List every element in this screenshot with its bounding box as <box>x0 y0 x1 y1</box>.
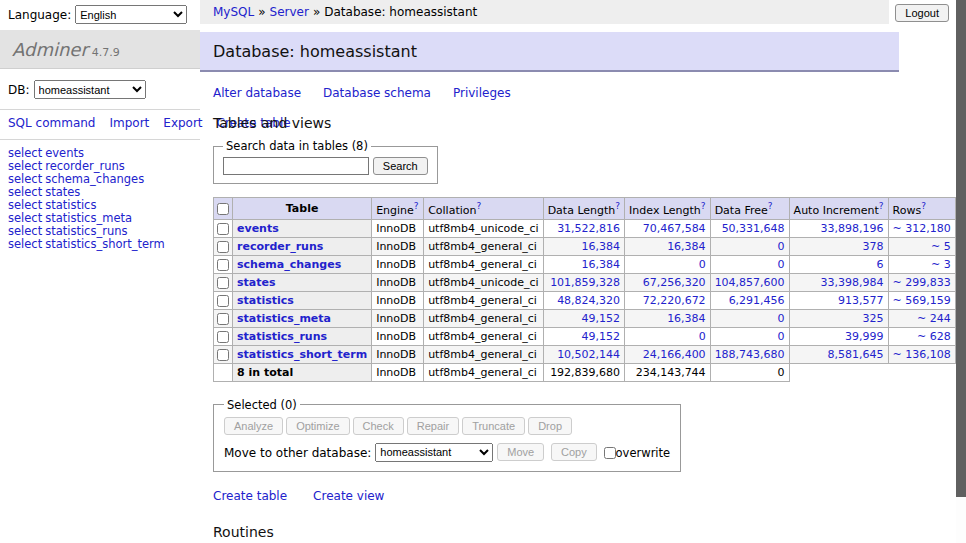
move-database-select[interactable]: homeassistant <box>375 443 493 462</box>
logout-button[interactable]: Logout <box>895 4 949 22</box>
table-link[interactable]: events <box>45 146 84 160</box>
row-checkbox[interactable] <box>217 295 229 307</box>
alter-database-link[interactable]: Alter database <box>213 86 301 100</box>
table-name-link[interactable]: schema_changes <box>237 258 341 271</box>
overwrite-checkbox[interactable] <box>604 447 616 459</box>
move-button[interactable]: Move <box>497 443 544 461</box>
row-checkbox[interactable] <box>217 241 229 253</box>
copy-button[interactable]: Copy <box>551 443 597 461</box>
table-name-link[interactable]: states <box>237 276 276 289</box>
index-length-link[interactable]: 16,384 <box>667 240 706 253</box>
data-free-link[interactable]: 50,331,648 <box>722 222 785 235</box>
auto-increment-link[interactable]: 378 <box>863 240 884 253</box>
row-checkbox[interactable] <box>217 331 229 343</box>
export-link[interactable]: Export <box>163 116 202 130</box>
index-length-link[interactable]: 24,166,400 <box>643 348 706 361</box>
auto-increment-link[interactable]: 33,898,196 <box>821 222 884 235</box>
select-link[interactable]: select <box>8 224 42 238</box>
search-button[interactable]: Search <box>373 157 428 175</box>
rows-count-link[interactable]: ~ 136,108 <box>893 348 951 361</box>
breadcrumb-mysql-link[interactable]: MySQL <box>213 5 254 19</box>
repair-button[interactable]: Repair <box>407 417 459 435</box>
select-link[interactable]: select <box>8 211 42 225</box>
auto-increment-link[interactable]: 39,999 <box>845 330 884 343</box>
index-length-link[interactable]: 0 <box>699 258 706 271</box>
select-link[interactable]: select <box>8 198 42 212</box>
data-length-link[interactable]: 48,824,320 <box>557 294 620 307</box>
help-link-icon[interactable]: ? <box>921 201 926 211</box>
database-schema-link[interactable]: Database schema <box>323 86 431 100</box>
table-name-link[interactable]: events <box>237 222 279 235</box>
data-free-link[interactable]: 0 <box>778 258 785 271</box>
index-length-link[interactable]: 67,256,320 <box>643 276 706 289</box>
data-free-link[interactable]: 188,743,680 <box>715 348 785 361</box>
table-link[interactable]: recorder_runs <box>45 159 125 173</box>
help-link-icon[interactable]: ? <box>476 201 481 211</box>
auto-increment-link[interactable]: 6 <box>877 258 884 271</box>
help-link-icon[interactable]: ? <box>768 201 773 211</box>
auto-increment-link[interactable]: 325 <box>863 312 884 325</box>
table-link[interactable]: statistics_meta <box>45 211 132 225</box>
rows-count-link[interactable]: ~ 244 <box>917 312 951 325</box>
table-name-link[interactable]: statistics_short_term <box>237 348 367 361</box>
help-link-icon[interactable]: ? <box>414 201 419 211</box>
data-free-link[interactable]: 0 <box>778 330 785 343</box>
rows-count-link[interactable]: ~ 299,833 <box>893 276 951 289</box>
select-link[interactable]: select <box>8 172 42 186</box>
row-checkbox[interactable] <box>217 349 229 361</box>
data-free-link[interactable]: 0 <box>778 312 785 325</box>
drop-button[interactable]: Drop <box>528 417 572 435</box>
help-link-icon[interactable]: ? <box>879 201 884 211</box>
auto-increment-link[interactable]: 8,581,645 <box>828 348 884 361</box>
rows-count-link[interactable]: ~ 628 <box>917 330 951 343</box>
import-link[interactable]: Import <box>109 116 149 130</box>
optimize-button[interactable]: Optimize <box>286 417 349 435</box>
data-free-link[interactable]: 104,857,600 <box>715 276 785 289</box>
privileges-link[interactable]: Privileges <box>453 86 511 100</box>
check-button[interactable]: Check <box>353 417 404 435</box>
rows-count-link[interactable]: ~ 312,180 <box>893 222 951 235</box>
table-link[interactable]: statistics_runs <box>45 224 127 238</box>
table-link[interactable]: states <box>45 185 80 199</box>
help-link-icon[interactable]: ? <box>615 201 620 211</box>
table-link[interactable]: statistics_short_term <box>45 237 165 251</box>
data-free-link[interactable]: 0 <box>778 240 785 253</box>
row-checkbox[interactable] <box>217 223 229 235</box>
table-name-link[interactable]: statistics_meta <box>237 312 331 325</box>
auto-increment-link[interactable]: 33,398,984 <box>821 276 884 289</box>
data-length-link[interactable]: 101,859,328 <box>550 276 620 289</box>
index-length-link[interactable]: 0 <box>699 330 706 343</box>
create-view-link[interactable]: Create view <box>313 489 384 503</box>
data-free-link[interactable]: 6,291,456 <box>729 294 785 307</box>
row-checkbox[interactable] <box>217 259 229 271</box>
db-select[interactable]: homeassistant <box>34 80 146 99</box>
rows-count-link[interactable]: ~ 5 <box>931 240 951 253</box>
index-length-link[interactable]: 70,467,584 <box>643 222 706 235</box>
rows-count-link[interactable]: ~ 3 <box>931 258 951 271</box>
scrollbar-thumb[interactable] <box>956 0 966 497</box>
data-length-link[interactable]: 49,152 <box>582 330 621 343</box>
row-checkbox[interactable] <box>217 313 229 325</box>
data-length-link[interactable]: 16,384 <box>582 240 621 253</box>
data-length-link[interactable]: 49,152 <box>582 312 621 325</box>
breadcrumb-server-link[interactable]: Server <box>270 5 309 19</box>
data-length-link[interactable]: 16,384 <box>582 258 621 271</box>
auto-increment-link[interactable]: 913,577 <box>838 294 884 307</box>
select-all-checkbox[interactable] <box>217 203 229 215</box>
index-length-link[interactable]: 16,384 <box>667 312 706 325</box>
search-input[interactable] <box>223 157 369 175</box>
table-name-link[interactable]: statistics_runs <box>237 330 327 343</box>
select-link[interactable]: select <box>8 237 42 251</box>
table-link[interactable]: schema_changes <box>45 172 144 186</box>
create-table-link[interactable]: Create table <box>213 489 287 503</box>
select-link[interactable]: select <box>8 185 42 199</box>
help-link-icon[interactable]: ? <box>701 201 706 211</box>
rows-count-link[interactable]: ~ 569,159 <box>893 294 951 307</box>
truncate-button[interactable]: Truncate <box>462 417 525 435</box>
data-length-link[interactable]: 31,522,816 <box>557 222 620 235</box>
table-name-link[interactable]: statistics <box>237 294 294 307</box>
row-checkbox[interactable] <box>217 277 229 289</box>
index-length-link[interactable]: 72,220,672 <box>643 294 706 307</box>
select-link[interactable]: select <box>8 146 42 160</box>
select-link[interactable]: select <box>8 159 42 173</box>
